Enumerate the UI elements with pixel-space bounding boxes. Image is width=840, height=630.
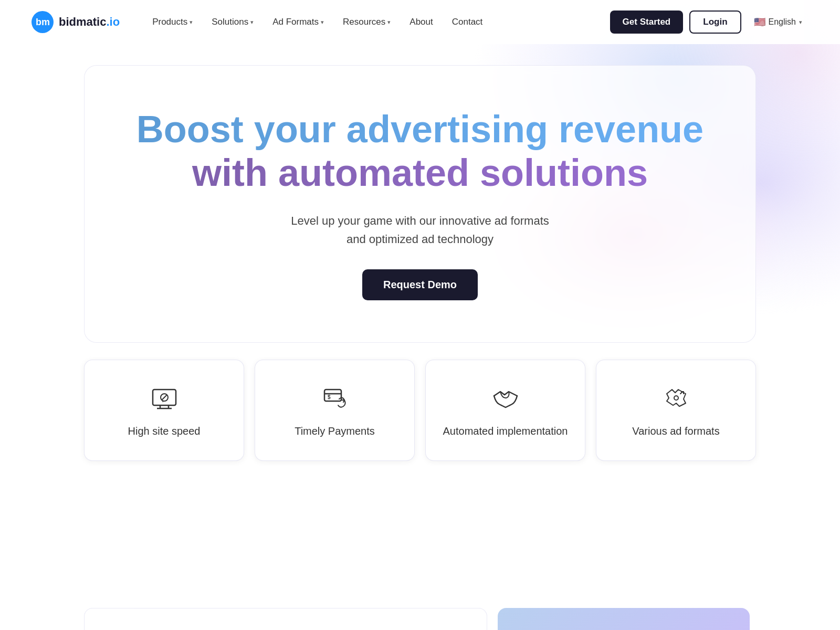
language-label: English	[769, 17, 796, 27]
flag-icon: 🇺🇸	[754, 16, 765, 28]
chevron-down-icon: ▾	[190, 19, 193, 26]
nav-item-adformats[interactable]: Ad Formats ▾	[265, 13, 331, 32]
feature-label-site-speed: High site speed	[128, 425, 201, 437]
svg-text:$: $	[328, 394, 331, 400]
bottom-section	[0, 492, 840, 630]
ad-formats-icon	[660, 383, 692, 415]
language-selector[interactable]: 🇺🇸 English ▾	[748, 12, 808, 32]
bottom-card-left	[84, 608, 487, 630]
login-button[interactable]: Login	[689, 10, 741, 34]
nav-item-solutions[interactable]: Solutions ▾	[204, 13, 261, 32]
svg-rect-14	[324, 390, 341, 401]
hero-title-line1: Boost your advertising revenue	[116, 108, 724, 151]
chevron-down-icon: ▾	[799, 19, 802, 26]
svg-line-12	[164, 395, 166, 397]
navbar-right: Get Started Login 🇺🇸 English ▾	[610, 10, 808, 34]
feature-label-automated: Automated implementation	[443, 425, 568, 437]
handshake-icon	[490, 383, 521, 415]
feature-card-payments: $ Timely Payments	[255, 360, 415, 461]
nav-item-about[interactable]: About	[402, 13, 440, 32]
feature-card-adformats: Various ad formats	[596, 360, 756, 461]
nav-item-resources[interactable]: Resources ▾	[335, 13, 398, 32]
svg-point-19	[674, 396, 678, 400]
nav-item-contact[interactable]: Contact	[445, 13, 490, 32]
logo-text: bidmatic.io	[59, 15, 120, 29]
feature-card-automated: Automated implementation	[425, 360, 585, 461]
request-demo-button[interactable]: Request Demo	[362, 269, 478, 300]
features-section: • High site speed $ Timely Payments	[0, 343, 840, 492]
nav-links: Products ▾ Solutions ▾ Ad Formats ▾ Reso…	[145, 13, 490, 32]
get-started-button[interactable]: Get Started	[610, 10, 684, 34]
hero-title-line2: with automated solutions	[116, 151, 724, 195]
navbar: bm bidmatic.io Products ▾ Solutions ▾ Ad…	[0, 0, 840, 44]
chevron-down-icon: ▾	[387, 19, 391, 26]
feature-label-adformats: Various ad formats	[632, 425, 719, 437]
hero-title: Boost your advertising revenue with auto…	[116, 108, 724, 195]
logo-icon: bm	[32, 11, 54, 33]
feature-card-site-speed: • High site speed	[84, 360, 244, 461]
chevron-down-icon: ▾	[321, 19, 324, 26]
bottom-card-right	[498, 608, 750, 630]
nav-item-products[interactable]: Products ▾	[145, 13, 200, 32]
hero-card: Boost your advertising revenue with auto…	[84, 65, 756, 343]
payment-icon: $	[319, 383, 351, 415]
monitor-speed-icon: •	[149, 383, 180, 415]
logo[interactable]: bm bidmatic.io	[32, 11, 120, 33]
navbar-left: bm bidmatic.io Products ▾ Solutions ▾ Ad…	[32, 11, 490, 33]
hero-subtitle: Level up your game with our innovative a…	[116, 212, 724, 248]
svg-text:bm: bm	[36, 17, 50, 27]
feature-label-payments: Timely Payments	[295, 425, 375, 437]
chevron-down-icon: ▾	[250, 19, 254, 26]
hero-section: Boost your advertising revenue with auto…	[0, 65, 840, 343]
